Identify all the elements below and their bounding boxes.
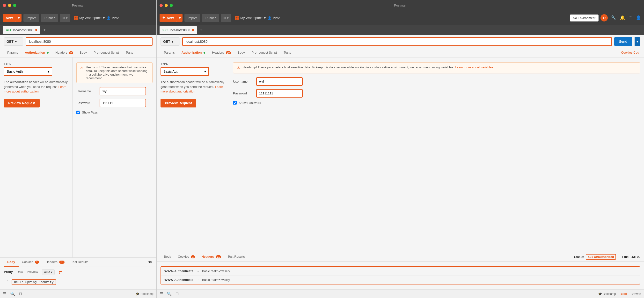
browse-link[interactable]: Browse (631, 292, 641, 296)
search-icon[interactable]: 🔍 (10, 292, 15, 296)
right-more-tabs-button[interactable]: ··· (206, 28, 208, 32)
right-url-input[interactable] (182, 37, 612, 46)
right-req-tab-pre-request[interactable]: Pre-request Script (248, 48, 280, 57)
code-line-1: 1 Hello Spring Security (4, 280, 152, 285)
right-workspace-button[interactable]: My Workspace ▾ (235, 16, 266, 20)
right-req-tab-body[interactable]: Body (234, 48, 248, 57)
right-search-icon[interactable]: 🔍 (167, 292, 172, 296)
right-req-tab-params[interactable]: Params (160, 48, 178, 57)
right-password-input[interactable] (256, 89, 303, 98)
right-req-tab-tests[interactable]: Tests (280, 48, 294, 57)
right-minimize-button[interactable] (165, 4, 168, 7)
new-button-group[interactable]: New ▾ (3, 14, 22, 22)
no-env-button[interactable]: No Environment (570, 14, 598, 21)
req-tab-params[interactable]: Params (4, 48, 22, 57)
right-resp-tab-cookies[interactable]: Cookies 1 (174, 252, 198, 261)
right-new-dropdown-button[interactable]: ▾ (177, 14, 182, 22)
right-close-button[interactable] (160, 4, 163, 7)
right-bootcamp-link[interactable]: 🎓 Bootcamp (598, 292, 616, 296)
right-username-input[interactable] (256, 77, 303, 86)
send-button[interactable]: Send (614, 37, 632, 46)
fmt-select[interactable]: Auto ▾ (42, 269, 55, 275)
right-req-tab-headers[interactable]: Headers 10 (208, 48, 234, 57)
left-auth-left: TYPE Basic Auth ▾ The authorization head… (0, 57, 72, 258)
right-preview-request-button[interactable]: Preview Request (160, 99, 196, 107)
more-tabs-button[interactable]: ··· (49, 28, 52, 32)
resp-tab-headers[interactable]: Headers 10 (42, 258, 68, 267)
right-type-select[interactable]: Basic Auth ▾ (160, 67, 209, 76)
right-show-password-checkbox[interactable] (233, 101, 237, 105)
username-input[interactable] (100, 87, 146, 95)
fmt-pretty[interactable]: Pretty (4, 270, 13, 275)
wrench-icon[interactable]: 🔧 (611, 15, 616, 20)
request-tab[interactable]: GET localhost:8080 (3, 26, 40, 34)
right-import-button[interactable]: Import (184, 14, 200, 22)
right-resp-tab-headers[interactable]: Headers 11 (198, 252, 224, 261)
right-layout-icon[interactable]: ⊡ (176, 292, 179, 296)
sidebar-icon[interactable]: ☰ (3, 292, 6, 296)
right-resp-tab-body[interactable]: Body (160, 252, 174, 261)
right-learn-variables-link[interactable]: Learn more about variables (455, 65, 493, 69)
sync-icon[interactable]: ↻ (600, 14, 608, 21)
right-layout-button[interactable]: ⊞ ▾ (221, 14, 231, 22)
right-auth-left: TYPE Basic Auth ▾ The authorization head… (157, 57, 229, 252)
right-req-tab-authorization[interactable]: Authorization (178, 48, 208, 57)
right-new-button[interactable]: ✚ New (160, 14, 177, 22)
minimize-button[interactable] (8, 4, 11, 7)
header-arrow-2: → (196, 278, 199, 282)
heart-icon[interactable]: ♡ (628, 15, 632, 20)
method-select[interactable]: GET ▾ (4, 37, 23, 46)
right-cookies-badge: 1 (191, 255, 195, 258)
maximize-button[interactable] (13, 4, 16, 7)
type-select[interactable]: Basic Auth ▾ (4, 67, 52, 76)
right-new-button-group[interactable]: ✚ New ▾ (160, 14, 182, 22)
auth-description: The authorization header will be automat… (4, 80, 68, 94)
preview-request-button[interactable]: Preview Request (4, 99, 40, 107)
resp-tab-cookies[interactable]: Cookies 1 (18, 258, 42, 267)
import-button[interactable]: Import (24, 14, 39, 22)
url-input[interactable] (26, 37, 152, 46)
code-link[interactable]: Cod (632, 48, 640, 57)
right-method-select[interactable]: GET ▾ (160, 37, 180, 46)
runner-button[interactable]: Runner (41, 14, 58, 22)
req-tab-tests[interactable]: Tests (122, 48, 136, 57)
right-sidebar-icon[interactable]: ☰ (160, 292, 163, 296)
right-status-label: Status: (574, 255, 584, 259)
new-button[interactable]: New (3, 14, 16, 22)
password-input[interactable] (100, 99, 146, 107)
fmt-preview[interactable]: Preview (27, 270, 38, 275)
invite-button[interactable]: 👤 Invite (106, 16, 119, 20)
resp-tab-test-results[interactable]: Test Results (68, 258, 92, 267)
right-invite-button[interactable]: 👤 Invite (268, 16, 280, 20)
right-username-row: Username (233, 77, 640, 86)
right-resp-tab-test-results[interactable]: Test Results (224, 252, 248, 261)
right-runner-button[interactable]: Runner (202, 14, 219, 22)
wrap-icon[interactable]: ⇄ (58, 270, 62, 275)
user-icon[interactable]: 👤 (636, 15, 641, 20)
req-tab-authorization[interactable]: Authorization (22, 48, 52, 57)
req-tab-headers[interactable]: Headers 9 (52, 48, 76, 57)
alert-icon[interactable]: 🔔 (620, 15, 625, 20)
cookies-link[interactable]: Cookies (621, 48, 632, 57)
header-row-1: WWW-Authenticate → Basic realm="wisely" (161, 267, 640, 276)
workspace-label: My Workspace (79, 16, 102, 20)
layout-button[interactable]: ⊞ ▾ (60, 14, 70, 22)
req-tab-body[interactable]: Body (76, 48, 90, 57)
layout-icon[interactable]: ⊡ (19, 292, 22, 296)
bootcamp-link[interactable]: 🎓 Bootcamp (136, 292, 154, 296)
req-tab-pre-request[interactable]: Pre-request Script (90, 48, 122, 57)
resp-tab-body[interactable]: Body (4, 258, 18, 267)
show-password-checkbox[interactable] (76, 111, 80, 114)
add-tab-button[interactable]: + (42, 27, 47, 33)
fmt-raw[interactable]: Raw (17, 270, 23, 275)
right-add-tab-button[interactable]: + (199, 27, 204, 33)
right-bootcamp-icon: 🎓 (598, 292, 602, 296)
build-link[interactable]: Build (620, 292, 627, 296)
workspace-button[interactable]: My Workspace ▾ (74, 16, 105, 20)
send-dropdown-button[interactable]: ▾ (634, 37, 640, 46)
right-maximize-button[interactable] (170, 4, 173, 7)
new-dropdown-button[interactable]: ▾ (16, 14, 22, 22)
close-button[interactable] (3, 4, 6, 7)
right-warning-box: ⚠ Heads up! These parameters hold sensit… (233, 62, 640, 73)
right-request-tab[interactable]: GET localhost:8080 (160, 26, 197, 34)
